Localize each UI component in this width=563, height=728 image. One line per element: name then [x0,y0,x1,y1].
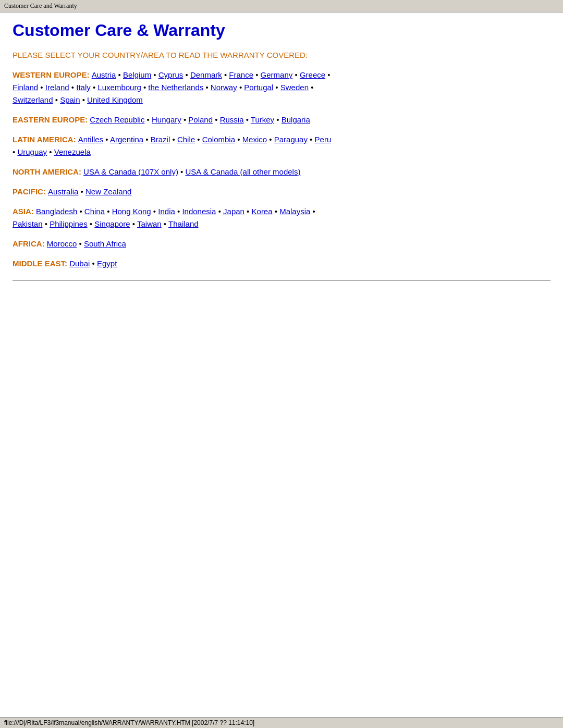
link-new-zealand[interactable]: New Zealand [85,187,131,196]
instruction-text: PLEASE SELECT YOUR COUNTRY/AREA TO READ … [13,51,550,59]
link-argentina[interactable]: Argentina [110,135,143,144]
region-western-europe: WESTERN EUROPE: Austria • Belgium • Cypr… [13,69,550,106]
link-bangladesh[interactable]: Bangladesh [36,207,77,216]
link-hungary[interactable]: Hungary [152,115,181,124]
link-russia[interactable]: Russia [220,115,244,124]
link-usa-canada-107x[interactable]: USA & Canada (107X only) [83,167,178,176]
link-cyprus[interactable]: Cyprus [158,70,183,79]
link-taiwan[interactable]: Taiwan [137,219,162,228]
region-label-western-europe: WESTERN EUROPE: [13,70,92,79]
link-paraguay[interactable]: Paraguay [274,135,308,144]
link-switzerland[interactable]: Switzerland [13,95,53,104]
region-label-pacific: PACIFIC: [13,187,48,196]
link-philippines[interactable]: Philippines [50,219,88,228]
link-antilles[interactable]: Antilles [78,135,103,144]
link-germany[interactable]: Germany [261,70,293,79]
link-dubai[interactable]: Dubai [69,259,90,268]
link-brazil[interactable]: Brazil [151,135,170,144]
link-belgium[interactable]: Belgium [123,70,151,79]
link-uruguay[interactable]: Uruguay [17,147,47,156]
link-australia[interactable]: Australia [48,187,78,196]
tab-title: Customer Care and Warranty [4,2,77,9]
link-finland[interactable]: Finland [13,83,38,92]
main-content: Customer Care & Warranty PLEASE SELECT Y… [0,13,563,302]
link-greece[interactable]: Greece [300,70,325,79]
link-morocco[interactable]: Morocco [47,239,77,248]
link-hong-kong[interactable]: Hong Kong [112,207,151,216]
link-norway[interactable]: Norway [211,83,237,92]
link-luxembourg[interactable]: Luxembourg [97,83,141,92]
link-singapore[interactable]: Singapore [94,219,130,228]
link-malaysia[interactable]: Malaysia [279,207,310,216]
link-chile[interactable]: Chile [177,135,195,144]
link-austria[interactable]: Austria [92,70,116,79]
link-japan[interactable]: Japan [223,207,244,216]
link-egypt[interactable]: Egypt [97,259,117,268]
tab-bar: Customer Care and Warranty [0,0,563,13]
link-turkey[interactable]: Turkey [251,115,274,124]
link-china[interactable]: China [84,207,105,216]
link-thailand[interactable]: Thailand [168,219,199,228]
region-label-eastern-europe: EASTERN EUROPE: [13,115,90,124]
link-bulgaria[interactable]: Bulgaria [282,115,310,124]
link-pakistan[interactable]: Pakistan [13,219,43,228]
link-ireland[interactable]: Ireland [45,83,69,92]
region-latin-america: LATIN AMERICA: Antilles • Argentina • Br… [13,133,550,158]
link-denmark[interactable]: Denmark [190,70,222,79]
link-venezuela[interactable]: Venezuela [54,147,91,156]
separator-line [13,280,550,281]
region-asia: ASIA: Bangladesh • China • Hong Kong • I… [13,205,550,230]
link-mexico[interactable]: Mexico [242,135,267,144]
region-label-africa: AFRICA: [13,239,47,248]
region-middle-east: MIDDLE EAST: Dubai • Egypt [13,257,550,270]
link-france[interactable]: France [229,70,253,79]
page-heading: Customer Care & Warranty [13,21,550,40]
region-label-asia: ASIA: [13,207,36,216]
link-korea[interactable]: Korea [252,207,273,216]
link-italy[interactable]: Italy [76,83,91,92]
link-south-africa[interactable]: South Africa [84,239,126,248]
region-north-america: NORTH AMERICA: USA & Canada (107X only) … [13,166,550,178]
link-netherlands[interactable]: the Netherlands [148,83,203,92]
region-pacific: PACIFIC: Australia • New Zealand [13,186,550,198]
link-india[interactable]: India [158,207,175,216]
region-eastern-europe: EASTERN EUROPE: Czech Republic • Hungary… [13,114,550,126]
region-label-north-america: NORTH AMERICA: [13,167,83,176]
link-sweden[interactable]: Sweden [280,83,309,92]
link-united-kingdom[interactable]: United Kingdom [87,95,143,104]
link-spain[interactable]: Spain [60,95,80,104]
link-usa-canada-all[interactable]: USA & Canada (all other models) [185,167,300,176]
link-colombia[interactable]: Colombia [202,135,235,144]
link-indonesia[interactable]: Indonesia [182,207,216,216]
region-africa: AFRICA: Morocco • South Africa [13,238,550,250]
link-poland[interactable]: Poland [188,115,213,124]
link-portugal[interactable]: Portugal [244,83,273,92]
link-peru[interactable]: Peru [315,135,332,144]
region-label-middle-east: MIDDLE EAST: [13,259,69,268]
region-label-latin-america: LATIN AMERICA: [13,135,78,144]
link-czech-republic[interactable]: Czech Republic [90,115,144,124]
